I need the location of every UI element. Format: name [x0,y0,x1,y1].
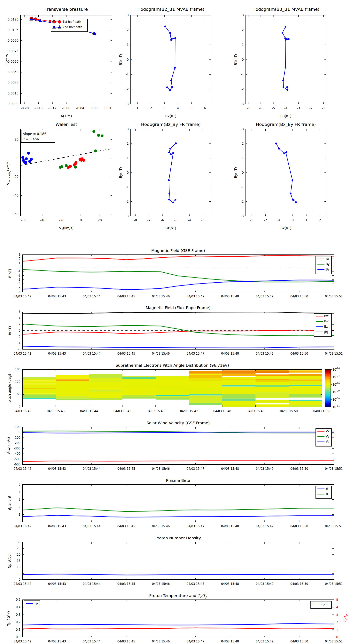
x-tick-label: 20 [98,218,102,222]
y-tick-label: 0.0015 [7,92,18,95]
marker-dot [164,25,166,27]
x-axis-label: Bx(nT) [280,226,291,230]
x-tick-label: 04/03 15:49 [256,640,273,643]
x-tick-label: -6 [259,106,262,110]
x-tick-label: 04/03 15:47 [187,352,204,355]
y-axis-label: By(nT) [119,167,123,178]
legend: BxByBz [316,256,332,274]
marker-dot [172,202,174,203]
series-group [22,508,334,517]
chart-title: Hodogram(Bx_By FR frame) [256,122,316,127]
right-tick-label: 5 [336,598,338,602]
y-tick-label: 0 [18,266,20,269]
y-tick-label: -4 [17,282,20,286]
y-tick-label: 1 [242,43,244,47]
colorbar-label: 10-31 [333,404,340,409]
marker-dot [60,165,63,168]
marker-dot [293,199,295,201]
x-tick-label: 04/03 15:43 [48,467,66,470]
x-tick-label: 04/03 15:49 [247,410,264,413]
x-tick-label: 2 [150,106,152,110]
x-tick-label: 04/03 15:51 [325,524,343,528]
x-tick-label: 2 [319,218,321,222]
marker-dot [275,142,277,144]
legend: Bx'By'Bz'|B| [314,314,332,336]
chart-title: Suprathermal Electrons Pitch Angle Distr… [116,363,229,368]
marker-dot [25,157,28,160]
x-tick-label: 04/03 15:50 [290,582,308,586]
colorbar-label: 10-26 [333,367,340,371]
legend: Te/Tp [311,601,332,608]
series-group [275,142,297,203]
marker-dot [287,89,288,91]
y-tick-label: 0 [18,430,20,434]
chart-mag_gse: Magnetic Field (GSE Frame)04/03 15:4204/… [0,243,351,302]
series-group [22,256,334,290]
x-tick-label: 04/03 15:51 [325,467,343,470]
x-tick-label: 3 [163,106,165,110]
y-axis-label: By(nT) [234,167,238,178]
marker-dot [27,152,30,154]
x-tick-label: -0.04 [76,106,84,110]
x-tick-label: 04/03 15:43 [48,295,66,298]
legend-label: Bz' [324,325,328,328]
legend-label: Vz [326,440,329,444]
legend: βpβ [316,486,332,498]
x-tick-label: 04/03 15:47 [187,582,204,586]
x-tick-label: 04/03 15:42 [13,295,31,298]
x-tick-label: 04/03 15:48 [221,582,239,586]
y-tick-label: 0.1 [16,628,20,632]
y-tick-label: 0.0060 [7,60,18,64]
y-tick-label: 0 [127,58,129,62]
plot-frame [131,129,211,216]
y-tick-label: -400 [14,452,20,456]
y-tick-label: 60 [17,393,20,396]
marker-dot [28,160,31,163]
chart-title: Hodogram(B3_B1 MVAB frame) [252,7,320,12]
marker-dot [172,152,174,154]
y-axis-label: Pt(nPa) [6,54,8,66]
y-tick-label: -2 [241,87,244,91]
marker-dot [97,134,100,137]
y-tick-label: -6 [17,290,20,294]
legend-label: Bx' [324,314,329,318]
series-group [168,142,177,203]
y-tick-label: 1 [18,261,20,265]
right-tick-label: 4 [336,605,338,609]
x-axis-label: Bz(nT) [165,226,176,230]
marker-dot [93,126,96,129]
x-tick-label: 0 [292,218,294,222]
series-fit [20,149,112,166]
x-tick-label: 04/03 15:50 [290,467,308,470]
chart-beta: Plasma Beta04/03 15:4204/03 15:4304/03 1… [0,473,351,532]
x-tick-label: 04/03 15:49 [256,352,273,355]
marker-dot [292,179,293,181]
legend-label: Bx [326,257,330,261]
marker-dot [290,193,292,194]
x-tick-label: -2 [310,106,313,110]
chart-temp: Proton Temperature and Te/Tp04/03 15:420… [0,588,351,644]
y-tick-label: -6 [17,348,20,351]
x-tick-label: -5 [174,218,177,222]
x-axis-label: B2(nT) [165,114,176,118]
x-tick-label: -20 [59,218,64,222]
x-tick-label: 04/03 15:43 [48,524,66,528]
chart-hodogram_bxby: Hodogram(Bx_By FR frame)-3-2-1012-3-2-10… [231,122,341,242]
y-tick-label: 1 [127,43,129,47]
marker-dot [170,80,172,81]
colorbar-label: 10-30 [333,397,340,402]
marker-dot [283,86,284,88]
y-tick-label: 2 [18,257,20,260]
y-tick-label: 0 [18,578,20,581]
y-tick-label: 30 [17,540,20,544]
series-group [22,312,334,348]
x-tick-label: 04/03 15:44 [83,467,100,470]
legend-label: Tp [34,602,38,605]
y-tick-label: 0.0045 [7,70,18,74]
y-tick-label: 2 [18,322,20,326]
x-tick-label: 04/03 15:50 [290,524,308,528]
x-tick-label: 04/03 15:42 [13,524,31,528]
x-tick-label: 04/03 15:51 [325,640,343,643]
legend: Tp [24,601,40,608]
chart-title: Solar Wind Velocity (GSE Frame) [147,420,210,425]
